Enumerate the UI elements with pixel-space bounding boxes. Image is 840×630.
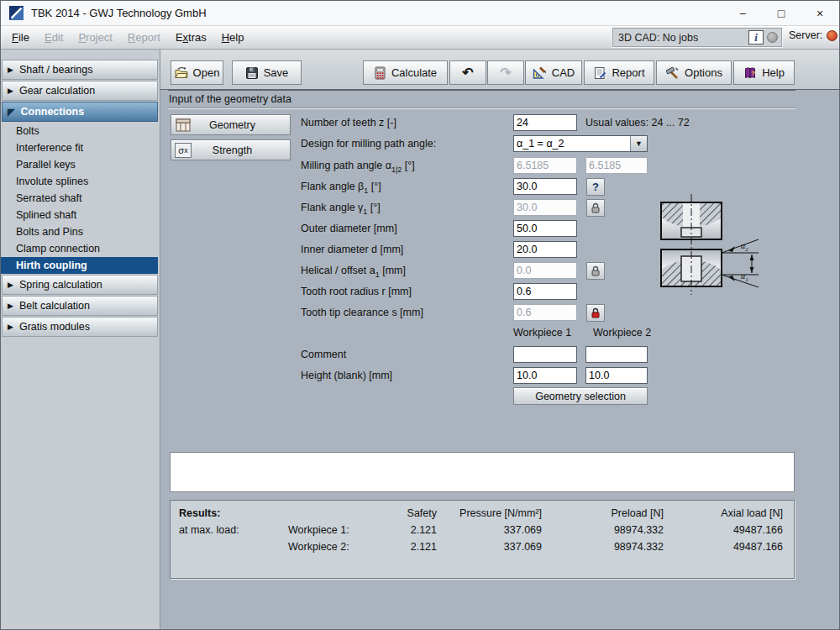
results-title: Results: (179, 507, 288, 519)
results-safety-value: 2.121 (376, 541, 437, 553)
design-dropdown-value: α_1 = α_2 (514, 136, 630, 151)
form-row-workpiece-headers: Workpiece 1 Workpiece 2 (1, 327, 839, 345)
chevron-right-icon: ▶ (8, 87, 13, 95)
outer-diameter-input[interactable] (513, 220, 577, 237)
menu-file[interactable]: File (4, 28, 37, 47)
flank-gamma-lock-button[interactable] (586, 199, 605, 217)
results-header-safety: Safety (376, 507, 437, 519)
options-button-label: Options (685, 66, 722, 79)
lock-closed-icon (591, 307, 601, 318)
cad-button[interactable]: CAD (525, 60, 582, 85)
redo-icon: ↷ (500, 66, 511, 80)
form-row-comment: Comment (1, 346, 839, 365)
results-safety-value: 2.121 (376, 524, 437, 536)
height-workpiece1-input[interactable] (513, 367, 577, 384)
minimize-button[interactable]: − (723, 1, 762, 26)
helical-offset-lock-button[interactable] (586, 262, 605, 280)
menu-report: Report (120, 28, 168, 47)
tip-clearance-lock-button[interactable] (586, 304, 605, 322)
menu-bar: File Edit Project Report Extras Help 3D … (1, 26, 839, 50)
lock-open-icon (591, 202, 601, 213)
menu-extras[interactable]: Extras (168, 28, 214, 47)
open-folder-icon (175, 66, 188, 80)
sidebar-section-label: Gear calculation (19, 85, 95, 97)
minimize-icon: − (739, 7, 746, 20)
results-pressure-value: 337.069 (437, 524, 542, 536)
sidebar-section-shaft-bearings[interactable]: ▶ Shaft / bearings (2, 60, 158, 80)
field-label: Flank angle γ1 [°] (301, 202, 381, 216)
form-row-milling-angle: Milling path angle α1|2 [°] (1, 157, 839, 176)
field-label: Height (blank) [mm] (301, 370, 392, 381)
calculate-button[interactable]: Calculate (363, 60, 448, 85)
open-button[interactable]: Open (171, 60, 223, 85)
comment-workpiece2-input[interactable] (585, 346, 648, 363)
server-led (827, 30, 837, 41)
options-tools-icon (665, 66, 680, 80)
results-pressure-value: 337.069 (437, 541, 542, 553)
flank-beta-input[interactable] (513, 178, 577, 195)
geometry-selection-button[interactable]: Geometry selection (513, 387, 648, 405)
comment-workpiece1-input[interactable] (513, 346, 577, 363)
flank-beta-help-button[interactable]: ? (586, 178, 605, 196)
workpiece2-header: Workpiece 2 (593, 327, 651, 339)
sidebar-section-label: Shaft / bearings (19, 64, 93, 76)
svg-text:?: ? (751, 70, 755, 77)
field-label: Outer diameter [mm] (301, 223, 397, 234)
menu-edit: Edit (37, 28, 71, 47)
form-row-design: Design for milling path angle: α_1 = α_2… (1, 135, 839, 154)
maximize-button[interactable]: □ (762, 1, 801, 26)
results-row-name: Workpiece 2: (288, 541, 376, 553)
undo-icon: ↶ (462, 66, 473, 80)
menu-help[interactable]: Help (214, 28, 252, 47)
results-axial-value: 49487.166 (664, 524, 783, 536)
usual-values-hint: Usual values: 24 ... 72 (585, 117, 690, 129)
inner-diameter-input[interactable] (513, 241, 577, 258)
helical-offset-input (513, 262, 577, 279)
question-icon: ? (592, 181, 599, 193)
form-row-teeth: Number of teeth z [-] Usual values: 24 .… (1, 114, 839, 133)
panel-title: Input of the geometry data (169, 93, 291, 105)
teeth-input[interactable] (513, 114, 577, 131)
results-header-axial: Axial load [N] (664, 507, 783, 519)
field-label: Flank angle β1 [°] (301, 181, 381, 195)
flank-gamma-input (513, 199, 577, 216)
info-button[interactable]: i (748, 30, 764, 45)
application-window: TBK 2014 - GWJ Technology GmbH − □ × Fil… (0, 0, 840, 630)
close-button[interactable]: × (801, 1, 839, 26)
save-button-label: Save (264, 66, 289, 79)
root-radius-input[interactable] (513, 283, 577, 300)
field-label: Milling path angle α1|2 [°] (301, 160, 415, 174)
save-button[interactable]: Save (232, 60, 302, 85)
form-row-tip-clearance: Tooth tip clearance s [mm] (1, 304, 839, 323)
results-header-preload: Preload [N] (542, 507, 664, 519)
milling-angle-1-input (513, 157, 577, 174)
report-button[interactable]: Report (584, 60, 654, 85)
app-icon (9, 6, 24, 20)
close-icon: × (816, 7, 823, 20)
dropdown-button[interactable]: ▼ (630, 136, 647, 151)
results-row-label: at max. load: (179, 524, 288, 536)
menu-project: Project (71, 28, 119, 47)
message-area (170, 452, 795, 492)
height-workpiece2-input[interactable] (585, 367, 648, 384)
field-label: Number of teeth z [-] (301, 117, 396, 129)
undo-button[interactable]: ↶ (449, 60, 486, 85)
options-button[interactable]: Options (656, 60, 732, 85)
results-preload-value: 98974.332 (542, 524, 664, 536)
help-button[interactable]: ? Help (733, 60, 795, 85)
form-row-height: Height (blank) [mm] (1, 367, 839, 386)
calculator-icon (374, 66, 386, 80)
design-dropdown[interactable]: α_1 = α_2 ▼ (513, 135, 648, 152)
window-title: TBK 2014 - GWJ Technology GmbH (31, 7, 207, 19)
field-label: Design for milling path angle: (301, 138, 436, 150)
hirth-coupling-diagram: α2 α1 (653, 192, 760, 297)
results-panel: Results: Safety Pressure [N/mm²] Preload… (170, 500, 795, 579)
workpiece1-header: Workpiece 1 (513, 327, 571, 339)
results-preload-value: 98974.332 (542, 541, 664, 553)
geometry-selection-label: Geometry selection (535, 391, 626, 402)
maximize-icon: □ (778, 7, 785, 20)
cad-status-text: 3D CAD: No jobs (613, 32, 748, 44)
sidebar-section-gear-calculation[interactable]: ▶ Gear calculation (2, 81, 158, 101)
field-label: Comment (301, 349, 346, 360)
chevron-down-icon: ▼ (635, 139, 643, 148)
